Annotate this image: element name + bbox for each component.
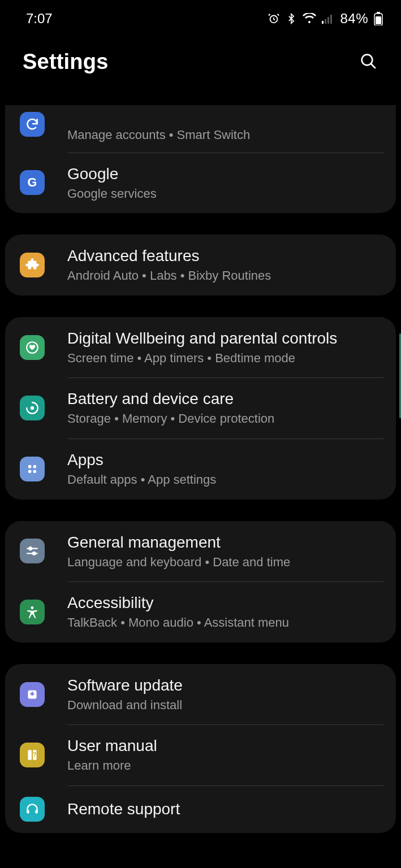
battery-icon: [374, 12, 383, 25]
svg-point-12: [31, 406, 35, 410]
settings-group: Digital Wellbeing and parental controlsS…: [5, 317, 396, 500]
puzzle-icon: [20, 253, 45, 277]
alarm-icon: [268, 12, 280, 25]
battery-percent: 84%: [340, 11, 368, 27]
row-subtitle: Manage accounts • Smart Switch: [67, 127, 250, 144]
svg-rect-3: [327, 17, 329, 24]
row-title: Accessibility: [67, 593, 289, 613]
status-icons: 84%: [268, 11, 383, 27]
heart-ring-icon: [20, 335, 45, 360]
svg-line-9: [371, 64, 375, 68]
care-ring-icon: [20, 396, 45, 420]
settings-row[interactable]: Software updateDownload and install: [5, 664, 396, 725]
row-title: Remote support: [67, 799, 180, 819]
settings-row[interactable]: ?User manualLearn more: [5, 724, 396, 785]
settings-group: General managementLanguage and keyboard …: [5, 521, 396, 643]
settings-group: Accounts and backupManage accounts • Sma…: [5, 105, 396, 213]
row-subtitle: Android Auto • Labs • Bixby Routines: [67, 268, 271, 284]
row-subtitle: Language and keyboard • Date and time: [67, 554, 290, 571]
settings-row[interactable]: Advanced featuresAndroid Auto • Labs • B…: [5, 235, 396, 296]
row-title: Google: [67, 164, 157, 184]
settings-row[interactable]: Accounts and backupManage accounts • Sma…: [5, 105, 396, 153]
row-title: Software update: [67, 675, 183, 695]
search-button[interactable]: [357, 50, 380, 74]
row-text: Battery and device careStorage • Memory …: [67, 389, 274, 427]
settings-row[interactable]: Digital Wellbeing and parental controlsS…: [5, 317, 396, 378]
svg-rect-1: [322, 21, 324, 24]
svg-rect-27: [35, 810, 37, 814]
settings-row[interactable]: Remote support: [5, 785, 396, 833]
row-title: User manual: [67, 736, 157, 756]
row-subtitle: Download and install: [67, 697, 183, 714]
bluetooth-icon: [286, 12, 297, 25]
svg-point-20: [33, 552, 36, 555]
settings-row[interactable]: General managementLanguage and keyboard …: [5, 521, 396, 582]
settings-group: Advanced featuresAndroid Auto • Labs • B…: [5, 235, 396, 296]
row-title: Advanced features: [67, 246, 271, 266]
svg-text:G: G: [28, 175, 37, 189]
sync-icon: [20, 112, 45, 137]
a11y-icon: [20, 600, 45, 624]
svg-rect-4: [330, 15, 332, 24]
row-text: Accounts and backupManage accounts • Sma…: [67, 105, 250, 144]
settings-row[interactable]: GGoogleGoogle services: [5, 153, 396, 214]
status-time: 7:07: [26, 11, 53, 27]
support-icon: [20, 797, 45, 822]
svg-text:?: ?: [33, 751, 37, 758]
row-text: Software updateDownload and install: [67, 675, 183, 714]
search-icon: [359, 52, 377, 70]
sliders-icon: [20, 539, 45, 563]
manual-icon: ?: [20, 743, 45, 767]
row-text: AppsDefault apps • App settings: [67, 450, 216, 488]
page-title: Settings: [23, 50, 109, 74]
signal-icon: [322, 14, 334, 24]
page-header: Settings: [0, 32, 401, 94]
row-text: General managementLanguage and keyboard …: [67, 532, 290, 571]
svg-point-19: [29, 548, 32, 550]
row-subtitle: TalkBack • Mono audio • Assistant menu: [67, 615, 289, 631]
wifi-icon: [303, 13, 316, 24]
row-text: Remote support: [67, 799, 180, 819]
row-subtitle: Default apps • App settings: [67, 472, 216, 488]
row-subtitle: Google services: [67, 186, 157, 202]
svg-point-16: [33, 470, 37, 473]
row-subtitle: Storage • Memory • Device protection: [67, 411, 274, 427]
update-icon: [20, 682, 45, 707]
row-title: General management: [67, 532, 290, 552]
status-bar: 7:07 84%: [0, 0, 401, 32]
row-text: GoogleGoogle services: [67, 164, 157, 202]
settings-group: Software updateDownload and install?User…: [5, 664, 396, 833]
row-subtitle: Learn more: [67, 758, 157, 774]
row-text: AccessibilityTalkBack • Mono audio • Ass…: [67, 593, 289, 631]
google-icon: G: [20, 170, 45, 195]
settings-row[interactable]: AccessibilityTalkBack • Mono audio • Ass…: [5, 581, 396, 643]
row-text: User manualLearn more: [67, 736, 157, 774]
row-title: Battery and device care: [67, 389, 274, 409]
svg-rect-2: [325, 19, 326, 24]
apps-icon: [20, 457, 45, 481]
settings-list[interactable]: Accounts and backupManage accounts • Sma…: [0, 105, 401, 868]
row-title: Digital Wellbeing and parental controls: [67, 328, 337, 348]
svg-point-21: [31, 606, 34, 609]
svg-point-13: [28, 465, 32, 468]
svg-rect-26: [27, 810, 29, 814]
svg-point-15: [28, 470, 32, 473]
settings-row[interactable]: Battery and device careStorage • Memory …: [5, 377, 396, 439]
svg-rect-7: [376, 16, 381, 24]
row-text: Advanced featuresAndroid Auto • Labs • B…: [67, 246, 271, 284]
row-subtitle: Screen time • App timers • Bedtime mode: [67, 350, 337, 367]
row-text: Digital Wellbeing and parental controlsS…: [67, 328, 337, 367]
svg-point-14: [33, 465, 37, 468]
settings-row[interactable]: AppsDefault apps • App settings: [5, 439, 396, 500]
svg-rect-23: [28, 750, 32, 760]
row-title: Apps: [67, 450, 216, 470]
